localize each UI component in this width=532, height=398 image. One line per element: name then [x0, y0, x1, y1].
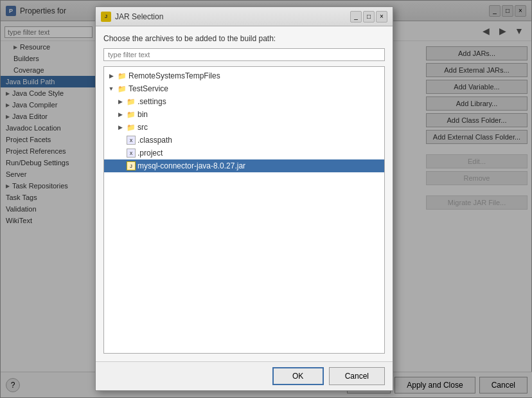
tree-label-bin: bin: [137, 110, 148, 119]
jar-icon-mysql: J: [126, 161, 136, 171]
dialog-tree[interactable]: ▶ 📁 RemoteSystemsTempFiles ▼ 📁 TestServi…: [103, 66, 385, 354]
dialog-cancel-button[interactable]: Cancel: [329, 367, 385, 385]
tree-item-remote[interactable]: ▶ 📁 RemoteSystemsTempFiles: [104, 69, 384, 82]
tree-label-src: src: [137, 123, 148, 132]
jar-selection-dialog: J JAR Selection _ □ × Choose the archive…: [95, 6, 393, 391]
tree-arrow-settings: ▶: [116, 98, 125, 105]
folder-icon-remote: 📁: [117, 71, 127, 81]
tree-label-mysql: mysql-connector-java-8.0.27.jar: [137, 161, 245, 170]
tree-item-mysql-jar[interactable]: J mysql-connector-java-8.0.27.jar: [104, 159, 384, 172]
dialog-minimize-button[interactable]: _: [350, 11, 362, 23]
tree-arrow-bin: ▶: [116, 111, 125, 118]
tree-arrow-src: ▶: [116, 124, 125, 131]
xml-icon-classpath: X: [126, 135, 136, 145]
folder-icon-bin: 📁: [126, 109, 136, 120]
tree-label-classpath: .classpath: [137, 136, 172, 145]
folder-icon-settings: 📁: [126, 96, 136, 107]
dialog-win-controls: _ □ ×: [350, 11, 387, 23]
tree-item-testservice[interactable]: ▼ 📁 TestService: [104, 82, 384, 95]
dialog-titlebar: J JAR Selection _ □ ×: [96, 7, 393, 26]
dialog-title-icon: J: [101, 12, 111, 22]
tree-item-classpath[interactable]: X .classpath: [104, 134, 384, 147]
tree-label-testservice: TestService: [129, 84, 168, 93]
tree-item-src[interactable]: ▶ 📁 src: [104, 121, 384, 134]
dialog-close-button[interactable]: ×: [376, 11, 387, 23]
dialog-footer: OK Cancel: [96, 361, 393, 390]
folder-icon-testservice: 📁: [117, 84, 127, 94]
tree-item-project[interactable]: X .project: [104, 147, 384, 159]
tree-arrow-remote: ▶: [107, 73, 116, 79]
tree-label-project: .project: [137, 149, 163, 158]
dialog-body: Choose the archives to be added to the b…: [96, 26, 393, 361]
tree-item-settings[interactable]: ▶ 📁 .settings: [104, 95, 384, 108]
dialog-title: JAR Selection: [115, 12, 346, 21]
dialog-maximize-button[interactable]: □: [363, 11, 375, 23]
tree-label-settings: .settings: [137, 97, 166, 106]
tree-arrow-testservice: ▼: [107, 86, 116, 92]
tree-item-bin[interactable]: ▶ 📁 bin: [104, 108, 384, 121]
xml-icon-project: X: [126, 148, 136, 158]
dialog-ok-button[interactable]: OK: [272, 367, 324, 385]
dialog-description: Choose the archives to be added to the b…: [103, 34, 385, 43]
folder-icon-src: 📁: [126, 122, 136, 132]
tree-label-remote: RemoteSystemsTempFiles: [129, 71, 220, 80]
dialog-filter-input[interactable]: [103, 48, 385, 61]
